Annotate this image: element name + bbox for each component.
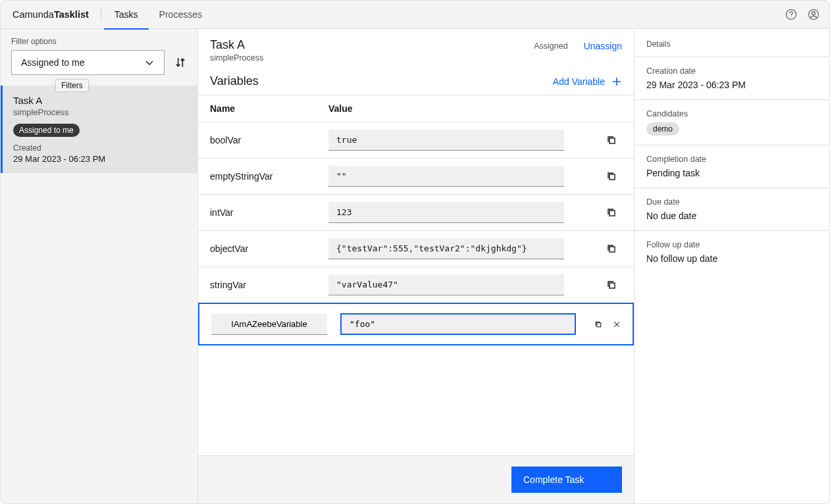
due-date-label: Due date — [646, 197, 817, 207]
due-date-value: No due date — [646, 211, 817, 221]
copy-icon[interactable] — [594, 319, 602, 330]
filter-dropdown[interactable]: Assigned to me — [11, 50, 165, 75]
add-variable-label: Add Variable — [553, 76, 605, 87]
unassign-button[interactable]: Unassign — [584, 41, 622, 51]
variable-row: boolVartrue — [198, 122, 634, 159]
svg-rect-5 — [610, 174, 615, 180]
chevron-down-icon — [144, 57, 155, 68]
variable-name: boolVar — [198, 122, 317, 159]
svg-point-3 — [812, 12, 816, 15]
nav-tab-tasks[interactable]: Tasks — [104, 1, 149, 29]
variables-table: Name Value boolVartrueemptyStringVar""in… — [198, 95, 634, 303]
nav-tab-processes[interactable]: Processes — [149, 1, 213, 29]
app-brand: Camunda Tasklist — [13, 7, 101, 22]
filter-options-label: Filter options — [1, 29, 197, 50]
details-heading: Details — [635, 29, 829, 57]
task-process-name: simpleProcess — [210, 53, 263, 63]
close-icon[interactable] — [613, 319, 621, 330]
variable-row: stringVar"varValue47" — [198, 267, 634, 303]
creation-date-value: 29 Mar 2023 - 06:23 PM — [646, 80, 817, 90]
svg-point-1 — [791, 16, 791, 17]
variable-name: intVar — [198, 195, 317, 231]
candidate-chip: demo — [646, 122, 679, 136]
created-value: 29 Mar 2023 - 06:23 PM — [13, 154, 187, 164]
variable-row: intVar123 — [198, 195, 634, 231]
variable-name: stringVar — [198, 267, 317, 303]
variable-name: objectVar — [198, 231, 317, 267]
copy-icon[interactable] — [606, 243, 617, 254]
variable-value-input[interactable]: 123 — [328, 202, 564, 223]
created-label: Created — [13, 143, 187, 153]
user-icon[interactable] — [807, 8, 820, 21]
task-card-process: simpleProcess — [13, 107, 187, 117]
variable-value-input[interactable]: "" — [328, 166, 564, 187]
brand-prefix: Camunda — [13, 9, 54, 20]
completion-date-label: Completion date — [646, 155, 817, 164]
new-variable-name-input[interactable] — [211, 314, 327, 335]
completion-date-value: Pending task — [646, 168, 817, 178]
column-value: Value — [317, 95, 594, 122]
filter-selected-label: Assigned to me — [21, 57, 85, 68]
variables-heading: Variables — [210, 74, 259, 88]
svg-rect-9 — [597, 322, 601, 326]
variable-value-input[interactable]: "varValue47" — [328, 274, 564, 295]
task-card-title: Task A — [13, 95, 187, 106]
variable-row: objectVar{"testVar":555,"testVar2":"dkjg… — [198, 231, 634, 267]
help-icon[interactable] — [785, 8, 798, 21]
task-title: Task A — [210, 38, 263, 52]
complete-task-button[interactable]: Complete Task — [511, 466, 622, 493]
plus-icon — [611, 76, 622, 87]
copy-icon[interactable] — [606, 135, 617, 145]
variable-value-input[interactable]: {"testVar":555,"testVar2":"dkjghkdg"} — [328, 238, 564, 259]
variable-name: emptyStringVar — [198, 159, 317, 195]
followup-date-label: Follow up date — [646, 240, 817, 249]
copy-icon[interactable] — [606, 280, 617, 290]
candidates-label: Candidates — [646, 109, 817, 118]
new-variable-value-input[interactable] — [340, 313, 576, 335]
assigned-chip: Assigned to me — [13, 124, 80, 137]
task-card[interactable]: Filters Task A simpleProcess Assigned to… — [1, 86, 197, 173]
variable-row: emptyStringVar"" — [198, 159, 634, 195]
svg-point-2 — [809, 10, 819, 20]
brand-name: Tasklist — [54, 9, 89, 20]
copy-icon[interactable] — [606, 207, 617, 218]
sort-button[interactable] — [171, 53, 190, 72]
variable-value-input[interactable]: true — [328, 130, 564, 151]
copy-icon[interactable] — [606, 171, 617, 182]
filters-badge: Filters — [55, 79, 89, 92]
new-variable-row — [198, 303, 634, 345]
assigned-label: Assigned — [534, 41, 567, 51]
svg-rect-6 — [610, 211, 615, 216]
creation-date-label: Creation date — [646, 66, 817, 76]
column-name: Name — [198, 95, 317, 122]
svg-rect-7 — [610, 247, 615, 252]
svg-rect-4 — [610, 138, 615, 143]
svg-rect-8 — [610, 283, 615, 288]
followup-date-value: No follow up date — [646, 253, 817, 264]
add-variable-button[interactable]: Add Variable — [553, 76, 622, 87]
